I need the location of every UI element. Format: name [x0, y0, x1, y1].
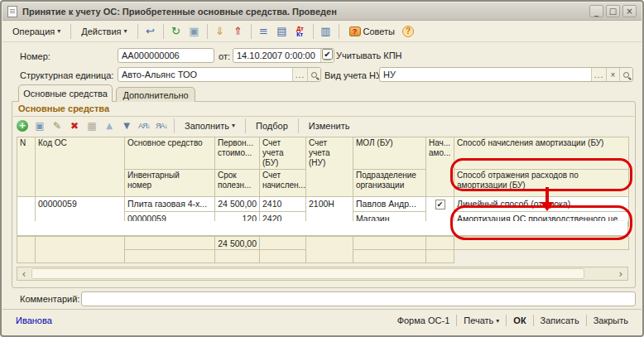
main-toolbar: Операция ▾ Действия ▾ ↩ ↻ ▣ ⇓ ⇑ ≡ ▤ Дт К… — [2, 21, 642, 42]
plus-icon: + — [17, 120, 28, 132]
totals-account-nu-cell — [306, 237, 353, 263]
report-icon[interactable]: ▥ — [318, 23, 334, 40]
copy-document-icon[interactable]: ▣ — [186, 23, 203, 40]
tips-label: Советы — [363, 26, 395, 36]
checklist-settings-icon[interactable]: ▤ — [274, 23, 291, 40]
tab-label: Дополнительно — [123, 90, 188, 100]
print-menu-button[interactable]: Печать ▾ — [457, 314, 506, 327]
toolbar-separator — [245, 118, 246, 133]
close-button[interactable]: × — [622, 5, 637, 17]
nu-kind-value: НУ — [380, 70, 591, 79]
scroll-right-button[interactable]: › — [614, 267, 627, 280]
chevron-down-icon: ▾ — [57, 27, 60, 35]
write-document-icon[interactable]: ↩ — [142, 23, 159, 40]
scroll-left-button[interactable]: ‹ — [17, 267, 31, 280]
actions-menu-button[interactable]: Действия ▾ — [75, 24, 132, 39]
fill-label: Заполнить — [185, 121, 229, 131]
sort-descending-button[interactable]: ЯА↓ — [154, 118, 169, 133]
write-button[interactable]: Записать — [534, 314, 586, 327]
col-header-method: Способ начисления амортизации (БУ) — [454, 137, 629, 170]
pick-label: Подбор — [256, 121, 288, 131]
tips-button[interactable]: ? Советы — [344, 24, 401, 39]
depreciate-checkbox[interactable]: ✔ — [435, 200, 445, 209]
tab-additional[interactable]: Дополнительно — [116, 87, 195, 102]
number-value: АА000000006 — [118, 51, 214, 60]
search-icon — [311, 72, 317, 78]
cost-cell[interactable]: 24 500,00 — [215, 197, 260, 212]
totals-row: 24 500,00 — [17, 236, 629, 263]
comment-label: Комментарий: — [20, 294, 79, 304]
clear-button[interactable]: × — [606, 68, 619, 81]
col-header-asset: Основное средство — [125, 137, 215, 170]
date-field[interactable]: 14.10.2007 0:00:00 ▦ — [233, 48, 334, 63]
comment-input[interactable] — [81, 291, 636, 306]
edit-row-button[interactable]: ✎ — [50, 118, 65, 133]
toolbar-separator — [163, 24, 164, 39]
ok-button[interactable]: ОК — [507, 314, 532, 327]
pick-button[interactable]: Подбор — [251, 120, 293, 132]
col-header-account-nu: Счет учета (НУ) — [306, 137, 353, 197]
open-button[interactable] — [307, 68, 320, 81]
col-header-num: N — [17, 137, 36, 197]
nu-kind-label: Вид учета НУ: — [324, 70, 384, 80]
horizontal-scrollbar[interactable]: ‹ › — [17, 267, 628, 281]
window-title: Принятие к учету ОС: Приобретенные основ… — [22, 7, 337, 17]
minimize-button[interactable]: _ — [589, 5, 603, 17]
titlebar[interactable]: Принятие к учету ОС: Приобретенные основ… — [2, 2, 642, 21]
totals-depr-cell — [426, 237, 454, 250]
form-os1-button[interactable]: Форма ОС-1 — [391, 314, 457, 327]
app-window: Принятие к учету ОС: Приобретенные основ… — [0, 0, 644, 337]
toolbar-separator — [70, 24, 71, 39]
help-icon[interactable]: ? — [402, 26, 414, 37]
structural-unit-value: Авто-Альянс ТОО — [118, 70, 292, 79]
table-row: 1 00000059 Плита газовая 4-х... 24 500,0… — [17, 197, 629, 212]
move-up-button[interactable]: ▲ — [102, 118, 117, 133]
open-button[interactable] — [619, 68, 632, 81]
number-field[interactable]: АА000000006 — [118, 48, 214, 63]
footer-buttons: Форма ОС-1 Печать ▾ ОК Записать Закрыть — [391, 314, 635, 327]
mol-cell[interactable]: Павлов Андр... — [353, 197, 426, 212]
print-label: Печать — [464, 315, 493, 325]
fill-menu-button[interactable]: Заполнить ▾ — [180, 120, 240, 132]
col-header-expense: Способ отражения расходов по амортизации… — [454, 170, 629, 197]
save-grid-icon: ▦ — [84, 118, 99, 133]
sort-ascending-button[interactable]: АЯ↓ — [137, 118, 151, 133]
kpn-checkbox[interactable]: ✔ — [322, 49, 333, 60]
move-down-button[interactable]: ▼ — [119, 118, 134, 133]
totals-asset-cell — [125, 237, 215, 250]
method-cell[interactable]: Линейный способ (от срока) — [454, 197, 629, 212]
chevron-down-icon: ▾ — [232, 122, 235, 129]
structural-unit-field[interactable]: Авто-Альянс ТОО ... — [118, 67, 321, 82]
grid-empty-area[interactable] — [17, 221, 628, 236]
copy-row-button[interactable]: ▣ — [32, 118, 47, 133]
post-document-icon[interactable]: ⇓ — [212, 23, 228, 40]
toolbar-separator — [313, 24, 314, 39]
nu-kind-field[interactable]: НУ ... × — [379, 67, 633, 82]
choose-button[interactable]: ... — [591, 68, 606, 81]
change-label: Изменить — [309, 121, 350, 131]
account-bu-cell[interactable]: 2410 — [260, 197, 306, 212]
unpost-document-icon[interactable]: ⇑ — [230, 23, 247, 40]
refresh-icon[interactable]: ↻ — [168, 23, 185, 40]
debit-credit-icon[interactable]: Дт Кт — [292, 23, 309, 40]
delete-row-button[interactable]: ✖ — [67, 118, 82, 133]
scrollbar-thumb[interactable] — [31, 268, 584, 279]
operation-menu-button[interactable]: Операция ▾ — [7, 24, 66, 39]
col-header-life: Срок полезн... — [215, 170, 260, 197]
tab-fixed-assets[interactable]: Основные средства — [18, 84, 113, 102]
totals-cell — [353, 250, 426, 263]
choose-button[interactable]: ... — [292, 68, 307, 81]
totals-cell — [125, 250, 215, 263]
date-value: 14.10.2007 0:00:00 — [233, 51, 320, 60]
maximize-button[interactable]: □ — [606, 5, 620, 17]
change-button[interactable]: Изменить — [304, 120, 355, 132]
totals-num-cell — [17, 237, 36, 263]
list-structure-icon[interactable]: ≡ — [256, 23, 272, 40]
tips-book-icon: ? — [349, 26, 361, 36]
add-row-button[interactable]: + — [15, 118, 30, 133]
asset-cell[interactable]: Плита газовая 4-х... — [125, 197, 215, 212]
close-form-button[interactable]: Закрыть — [587, 314, 635, 327]
col-header-account-bu: Счет учета (БУ) — [260, 137, 306, 170]
totals-mol-cell — [353, 237, 426, 250]
col-header-depreciate: Нач... амо... — [426, 137, 454, 197]
